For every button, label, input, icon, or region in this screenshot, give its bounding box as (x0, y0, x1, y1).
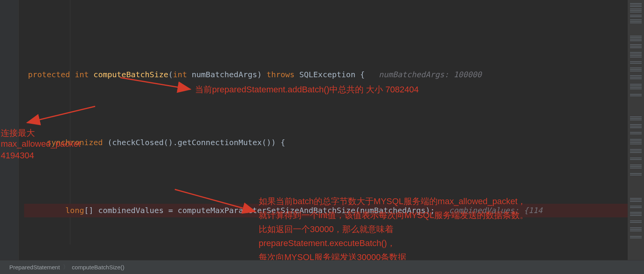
paren: ( (168, 70, 173, 79)
keyword-int: int (75, 70, 89, 79)
code-editor[interactable]: protected int computeBatchSize(int numBa… (0, 0, 628, 260)
minimap[interactable] (628, 0, 644, 260)
breadcrumbs[interactable]: PreparedStatement 〉 computeBatchSize() (0, 260, 644, 274)
breadcrumb-method[interactable]: computeBatchSize() (69, 264, 127, 271)
fold-column[interactable] (19, 0, 24, 260)
exception-name: SQLException (299, 70, 355, 79)
param-type: int (173, 70, 187, 79)
inline-hint: numBatchedArgs: 100000 (379, 70, 482, 79)
inline-hint: combinedValues: {114 (449, 206, 543, 215)
code-line[interactable]: protected int computeBatchSize(int numBa… (24, 68, 628, 82)
gutter[interactable] (0, 0, 19, 260)
code-area[interactable]: protected int computeBatchSize(int numBa… (24, 0, 628, 260)
keyword-synchronized: synchronized (47, 138, 103, 147)
keyword-throws: throws (266, 70, 294, 79)
param-name: numBatchedArgs (191, 70, 257, 79)
code-line[interactable]: synchronized (checkClosed().getConnectio… (24, 136, 628, 149)
code-line[interactable]: long[] combinedValues = computeMaxParame… (24, 204, 628, 217)
chevron-right-icon: 〉 (63, 264, 69, 271)
keyword-protected: protected (28, 70, 70, 79)
method-name: computeBatchSize (94, 70, 169, 79)
breadcrumb-class[interactable]: PreparedStatement (6, 264, 63, 271)
